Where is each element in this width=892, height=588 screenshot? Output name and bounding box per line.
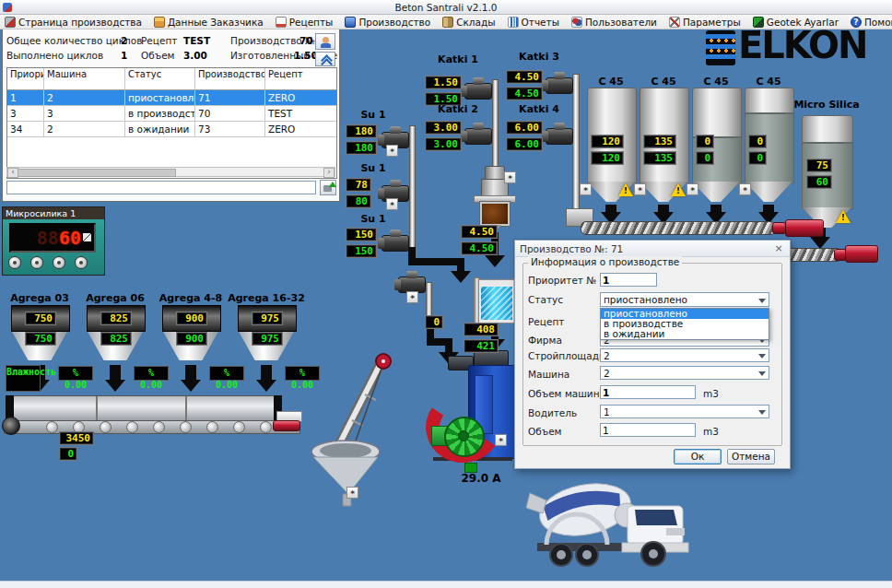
water-pipe-display: 0 <box>425 315 443 329</box>
aggregate-bin-label: Agrega 06 <box>86 292 145 304</box>
site-combobox[interactable]: 2 <box>600 348 769 362</box>
table-horizontal-scrollbar[interactable]: ‹ › <box>6 167 335 177</box>
column-header[interactable]: Рецепт <box>265 68 336 90</box>
machine-volume-input[interactable] <box>600 385 696 399</box>
admixture-pump-4[interactable] <box>542 123 573 145</box>
admixture-pump-1[interactable] <box>461 77 492 100</box>
display-ghost-digits: 88 <box>37 227 59 249</box>
cell-production: 70 <box>195 106 265 122</box>
silo3-target-display: 0 <box>696 135 714 148</box>
status-dropdown-list: приостановлено в производстве в ожидании <box>600 308 769 340</box>
menu-item-parameters[interactable]: Параметры <box>669 17 741 28</box>
menu-label: Рецепты <box>289 17 334 28</box>
menu-item-production-page[interactable]: Страница производства <box>5 17 142 28</box>
operator-button[interactable] <box>315 33 335 50</box>
katki3-actual-display: 4.50 <box>506 87 543 100</box>
driver-combobox[interactable]: 1 <box>600 405 769 418</box>
valve-button[interactable] <box>406 291 418 303</box>
scroll-right-arrow[interactable]: › <box>323 168 334 178</box>
silo-valve-button[interactable] <box>634 183 646 195</box>
dialog-close-icon[interactable]: × <box>772 242 785 254</box>
silo-label: C 45 <box>651 76 675 88</box>
site-value: 2 <box>604 350 610 361</box>
collapse-panel-button[interactable] <box>315 52 335 66</box>
flow-line <box>445 338 452 353</box>
water-fill <box>481 287 512 320</box>
aggregate-bin-label: Agrega 16-32 <box>228 292 305 304</box>
water-scale-label: Su 1 <box>360 109 385 121</box>
valve-button[interactable] <box>386 145 398 157</box>
volume-input[interactable] <box>600 423 696 437</box>
micro-target-display: 75 <box>806 159 832 172</box>
admixture-pump-3[interactable] <box>542 72 573 94</box>
controller-button[interactable] <box>8 256 21 269</box>
column-header[interactable]: Приоритет № <box>7 68 44 90</box>
menu-item-customer-data[interactable]: Данные Заказчика <box>154 17 264 28</box>
su1-actual-display: 180 <box>346 141 377 155</box>
priority-input[interactable] <box>600 273 657 287</box>
controller-button[interactable] <box>75 256 88 269</box>
dropdown-option[interactable]: приостановлено <box>601 309 769 319</box>
menu-item-warehouses[interactable]: Склады <box>442 17 495 28</box>
scrollbar-thumb[interactable] <box>18 169 176 177</box>
screw-coupling <box>772 222 786 234</box>
cancel-button[interactable]: Отмена <box>727 449 775 465</box>
su1-target-display: 180 <box>346 124 377 138</box>
valve-button[interactable] <box>495 434 507 446</box>
bin2-target-display: 825 <box>100 312 132 325</box>
status-combobox[interactable]: приостановлено <box>600 292 769 307</box>
valve-button[interactable] <box>504 171 516 183</box>
menu-label: Пользователи <box>585 17 657 28</box>
admixture-target-display: 4.50 <box>461 225 498 239</box>
controller-button[interactable] <box>30 256 43 269</box>
machine-combobox[interactable]: 2 <box>600 366 769 380</box>
unit-label: m3 <box>703 388 719 399</box>
belt-actual-display: 0 <box>59 447 77 461</box>
window-titlebar: Beton Santrali v2.1.0 <box>0 0 892 15</box>
water-feed-pump[interactable] <box>394 271 426 293</box>
table-row[interactable]: 3 3 в производстве 70 TEST <box>7 106 336 122</box>
dialog-titlebar[interactable]: Производство №: 71 × <box>515 241 790 257</box>
menu-item-recipes[interactable]: Рецепты <box>276 17 334 28</box>
volume-label: Объем <box>528 426 562 437</box>
menu-item-geotek-settings[interactable]: Geotek Ayarlar <box>753 17 839 28</box>
table-row[interactable]: 34 2 в ожидании 73 ZERO <box>7 122 336 137</box>
water-pump-3[interactable] <box>378 229 409 252</box>
menu-item-reports[interactable]: Отчеты <box>508 17 559 28</box>
chevron-down-icon <box>758 410 766 415</box>
column-header[interactable]: Статус <box>125 68 195 90</box>
valve-button[interactable] <box>386 198 398 210</box>
su3-actual-display: 150 <box>346 244 377 258</box>
menu-item-production[interactable]: Производство <box>345 17 430 28</box>
column-header[interactable]: Машина <box>44 68 125 90</box>
weigh-belt-hopper <box>9 395 280 421</box>
silo-valve-button[interactable] <box>580 183 592 195</box>
bottom-scrollbar[interactable] <box>0 581 892 588</box>
note-input[interactable] <box>6 181 316 194</box>
column-header[interactable]: Производство № <box>195 68 265 90</box>
menu-item-users[interactable]: Пользователи <box>571 17 657 28</box>
bin1-actual-display: 750 <box>25 332 56 346</box>
cell-priority: 3 <box>7 106 44 122</box>
silo-valve-button[interactable] <box>739 183 751 195</box>
belt-roller <box>46 421 58 433</box>
flow-arrow-down <box>451 271 471 283</box>
users-icon <box>571 17 582 28</box>
menu-item-help[interactable]: Помощь <box>851 17 892 28</box>
ok-button[interactable]: Ок <box>674 449 722 465</box>
dropdown-option[interactable]: в ожидании <box>601 329 769 339</box>
print-export-button[interactable] <box>320 180 336 195</box>
dropdown-option[interactable]: в производстве <box>601 319 769 329</box>
silo-label: C 45 <box>703 76 728 88</box>
silo-valve-button[interactable] <box>687 183 698 195</box>
admixture-pump-2[interactable] <box>461 123 492 145</box>
controller-button[interactable] <box>53 256 65 269</box>
belt-target-display: 3450 <box>59 431 94 445</box>
belt-drive-wheel <box>2 417 20 435</box>
silo-label: C 45 <box>756 76 780 88</box>
menu-label: Geotek Ayarlar <box>767 17 839 28</box>
menu-label: Склады <box>456 17 495 28</box>
table-row[interactable]: 1 2 приостановлено 71 ZERO <box>7 90 336 106</box>
valve-button[interactable] <box>346 487 358 499</box>
water-target-display: 408 <box>464 323 499 336</box>
